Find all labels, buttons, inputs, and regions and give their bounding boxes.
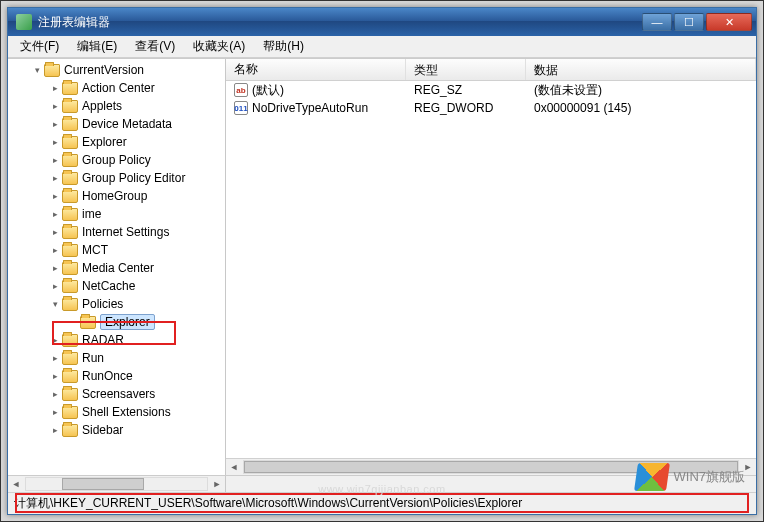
tree-scroll-thumb[interactable] [62, 478, 143, 490]
collapse-icon[interactable]: ▾ [48, 297, 62, 311]
tree-item-internet-settings[interactable]: ▸Internet Settings [8, 223, 225, 241]
folder-icon [62, 388, 78, 401]
tree-item-label: Explorer [100, 314, 155, 330]
menu-view[interactable]: 查看(V) [127, 36, 183, 57]
tree-item-sidebar[interactable]: ▸Sidebar [8, 421, 225, 439]
expand-icon[interactable]: ▸ [48, 261, 62, 275]
menu-bar: 文件(F) 编辑(E) 查看(V) 收藏夹(A) 帮助(H) [8, 36, 756, 58]
expand-icon[interactable]: ▸ [48, 81, 62, 95]
value-name: NoDriveTypeAutoRun [252, 101, 368, 115]
list-header[interactable]: 名称 类型 数据 [226, 59, 756, 81]
tree-item-screensavers[interactable]: ▸Screensavers [8, 385, 225, 403]
expand-icon[interactable]: ▸ [48, 333, 62, 347]
tree-item-mct[interactable]: ▸MCT [8, 241, 225, 259]
expand-icon[interactable]: ▸ [48, 225, 62, 239]
tree-item-applets[interactable]: ▸Applets [8, 97, 225, 115]
tree-item-label: Run [82, 351, 104, 365]
menu-edit[interactable]: 编辑(E) [69, 36, 125, 57]
tree-item-label: Group Policy Editor [82, 171, 185, 185]
menu-help[interactable]: 帮助(H) [255, 36, 312, 57]
expand-icon[interactable]: ▸ [48, 423, 62, 437]
tree-item-group-policy-editor[interactable]: ▸Group Policy Editor [8, 169, 225, 187]
no-expand-icon [66, 315, 80, 329]
minimize-button[interactable]: — [642, 13, 672, 31]
window-buttons: — ☐ ✕ [642, 13, 752, 31]
tree-item-label: Sidebar [82, 423, 123, 437]
expand-icon[interactable]: ▸ [48, 171, 62, 185]
folder-icon [80, 316, 96, 329]
menu-favorites[interactable]: 收藏夹(A) [185, 36, 253, 57]
list-row[interactable]: 011NoDriveTypeAutoRunREG_DWORD0x00000091… [226, 99, 756, 117]
tree-scroll-left-icon[interactable]: ◄ [8, 476, 24, 492]
scroll-track[interactable] [243, 460, 739, 474]
tree-hscrollbar-row: ◄ ► [8, 475, 756, 492]
content-area: ▾CurrentVersion▸Action Center▸Applets▸De… [8, 58, 756, 475]
folder-icon [62, 82, 78, 95]
tree-item-radar[interactable]: ▸RADAR [8, 331, 225, 349]
value-type: REG_SZ [406, 83, 526, 97]
expand-icon[interactable]: ▸ [48, 153, 62, 167]
collapse-icon[interactable]: ▾ [30, 63, 44, 77]
expand-icon[interactable]: ▸ [48, 135, 62, 149]
registry-tree[interactable]: ▾CurrentVersion▸Action Center▸Applets▸De… [8, 59, 226, 475]
value-data: 0x00000091 (145) [526, 101, 756, 115]
tree-item-homegroup[interactable]: ▸HomeGroup [8, 187, 225, 205]
expand-icon[interactable]: ▸ [48, 117, 62, 131]
expand-icon[interactable]: ▸ [48, 279, 62, 293]
tree-item-label: Policies [82, 297, 123, 311]
expand-icon[interactable]: ▸ [48, 99, 62, 113]
menu-file[interactable]: 文件(F) [12, 36, 67, 57]
tree-item-label: Screensavers [82, 387, 155, 401]
expand-icon[interactable]: ▸ [48, 369, 62, 383]
col-data[interactable]: 数据 [526, 59, 756, 80]
value-name: (默认) [252, 82, 284, 99]
tree-item-runonce[interactable]: ▸RunOnce [8, 367, 225, 385]
expand-icon[interactable]: ▸ [48, 405, 62, 419]
tree-root[interactable]: ▾CurrentVersion [8, 61, 225, 79]
scroll-thumb[interactable] [244, 461, 738, 473]
tree-item-netcache[interactable]: ▸NetCache [8, 277, 225, 295]
col-name[interactable]: 名称 [226, 59, 406, 80]
expand-icon[interactable]: ▸ [48, 207, 62, 221]
expand-icon[interactable]: ▸ [48, 387, 62, 401]
tree-scroll-track[interactable] [25, 477, 208, 491]
expand-icon[interactable]: ▸ [48, 189, 62, 203]
expand-icon[interactable]: ▸ [48, 351, 62, 365]
value-type: REG_DWORD [406, 101, 526, 115]
tree-item-label: CurrentVersion [64, 63, 144, 77]
tree-item-explorer-child[interactable]: Explorer [8, 313, 225, 331]
tree-item-media-center[interactable]: ▸Media Center [8, 259, 225, 277]
folder-icon [62, 262, 78, 275]
col-type[interactable]: 类型 [406, 59, 526, 80]
tree-scroll-right-icon[interactable]: ► [209, 476, 225, 492]
list-hscrollbar[interactable]: ◄ ► [226, 458, 756, 475]
tree-item-action-center[interactable]: ▸Action Center [8, 79, 225, 97]
folder-icon [62, 100, 78, 113]
folder-icon [62, 190, 78, 203]
scroll-right-icon[interactable]: ► [740, 459, 756, 475]
title-bar[interactable]: 注册表编辑器 — ☐ ✕ [8, 8, 756, 36]
tree-item-label: Group Policy [82, 153, 151, 167]
close-button[interactable]: ✕ [706, 13, 752, 31]
tree-item-group-policy[interactable]: ▸Group Policy [8, 151, 225, 169]
tree-item-label: ime [82, 207, 101, 221]
folder-icon [62, 244, 78, 257]
tree-item-explorer[interactable]: ▸Explorer [8, 133, 225, 151]
tree-item-label: MCT [82, 243, 108, 257]
expand-icon[interactable]: ▸ [48, 243, 62, 257]
tree-item-run[interactable]: ▸Run [8, 349, 225, 367]
window-title: 注册表编辑器 [38, 14, 642, 31]
folder-icon [62, 424, 78, 437]
registry-editor-window: 注册表编辑器 — ☐ ✕ 文件(F) 编辑(E) 查看(V) 收藏夹(A) 帮助… [7, 7, 757, 515]
folder-icon [62, 154, 78, 167]
tree-item-policies[interactable]: ▾Policies [8, 295, 225, 313]
folder-icon [62, 208, 78, 221]
tree-item-device-metadata[interactable]: ▸Device Metadata [8, 115, 225, 133]
list-body[interactable]: ab(默认)REG_SZ(数值未设置)011NoDriveTypeAutoRun… [226, 81, 756, 458]
tree-item-label: Action Center [82, 81, 155, 95]
tree-item-shell-extensions[interactable]: ▸Shell Extensions [8, 403, 225, 421]
list-row[interactable]: ab(默认)REG_SZ(数值未设置) [226, 81, 756, 99]
maximize-button[interactable]: ☐ [674, 13, 704, 31]
scroll-left-icon[interactable]: ◄ [226, 459, 242, 475]
tree-item-ime[interactable]: ▸ime [8, 205, 225, 223]
